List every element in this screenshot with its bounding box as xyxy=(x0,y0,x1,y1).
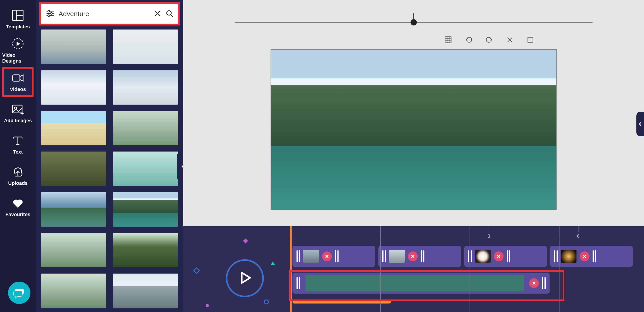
play-button[interactable] xyxy=(219,253,270,304)
nav-uploads[interactable]: Uploads xyxy=(2,161,34,191)
grid-icon[interactable] xyxy=(444,36,452,45)
nav-label: Templates xyxy=(6,24,30,30)
favourites-icon xyxy=(12,197,24,209)
clip-delete-button[interactable] xyxy=(322,252,332,261)
filmstrip-frame xyxy=(436,275,480,292)
timeline-clip-1[interactable] xyxy=(292,246,375,267)
svg-rect-27 xyxy=(445,37,451,43)
play-icon xyxy=(237,270,253,287)
video-thumb-runners-forest[interactable] xyxy=(113,111,178,145)
svg-rect-5 xyxy=(13,75,20,81)
timeline-clip-4[interactable] xyxy=(550,246,633,267)
timeline-zoom-scrollbar[interactable] xyxy=(292,300,391,304)
clip-delete-button[interactable] xyxy=(408,252,418,261)
clear-icon[interactable] xyxy=(154,9,162,18)
timeline-scrubber[interactable] xyxy=(235,13,592,27)
clip-thumbnail xyxy=(303,250,319,263)
main-area: 36912 xyxy=(183,0,644,312)
clip-grip-right[interactable] xyxy=(542,277,546,289)
clip-grip-left[interactable] xyxy=(296,250,300,262)
video-thumb-snow-skier[interactable] xyxy=(113,29,178,64)
close-icon[interactable] xyxy=(506,36,514,45)
timeline-track-2 xyxy=(292,273,550,294)
svg-marker-4 xyxy=(16,42,20,46)
video-thumb-ocean-waves[interactable] xyxy=(41,29,106,64)
filmstrip-frame xyxy=(480,275,524,292)
timeline-ruler[interactable]: 36912 xyxy=(288,226,644,239)
svg-point-22 xyxy=(48,15,50,16)
clip-grip-right[interactable] xyxy=(507,250,510,262)
filmstrip-frame xyxy=(349,275,393,292)
video-thumb-lake-shore[interactable] xyxy=(41,192,106,227)
clip-delete-button[interactable] xyxy=(580,252,590,261)
video-thumb-mountain-lake[interactable] xyxy=(113,192,178,227)
svg-point-25 xyxy=(167,11,171,15)
video-thumb-camping-tent[interactable] xyxy=(41,152,106,186)
clip-delete-button[interactable] xyxy=(494,252,504,261)
svg-line-26 xyxy=(171,15,173,17)
search-bar-highlight xyxy=(39,2,180,25)
clip-filmstrip xyxy=(306,275,524,292)
deco-diamond xyxy=(243,239,248,244)
clip-grip-right[interactable] xyxy=(421,250,424,262)
clip-grip-left[interactable] xyxy=(296,277,300,289)
clip-thumbnail xyxy=(389,250,405,263)
nav-add-images[interactable]: Add Images xyxy=(2,98,34,128)
videos-icon xyxy=(12,72,24,84)
search-input[interactable] xyxy=(58,10,149,18)
nav-text[interactable]: Text xyxy=(2,130,34,160)
nav-label: Favourites xyxy=(5,212,30,218)
nav-label: Text xyxy=(13,149,23,155)
clip-grip-right[interactable] xyxy=(592,250,596,262)
video-thumb-stretch-forest[interactable] xyxy=(41,233,106,267)
clip-grip-left[interactable] xyxy=(468,250,472,262)
nav-label: Uploads xyxy=(8,180,28,186)
templates-icon xyxy=(12,9,24,22)
nav-label: Videos xyxy=(10,86,26,92)
chat-help-button[interactable] xyxy=(8,282,30,304)
svg-point-18 xyxy=(48,10,50,12)
video-thumb-snow-dogsled[interactable] xyxy=(41,70,106,105)
video-preview[interactable] xyxy=(270,49,557,210)
nav-favourites[interactable]: Favourites xyxy=(2,192,34,222)
filter-icon[interactable] xyxy=(46,9,54,19)
clip-thumbnail xyxy=(561,250,576,263)
nav-templates[interactable]: Templates xyxy=(2,4,34,34)
canvas-toolbar xyxy=(444,36,534,45)
scene-divider xyxy=(470,226,470,312)
uploads-icon xyxy=(12,166,24,178)
video-thumb-beach-walker[interactable] xyxy=(41,111,106,145)
video-thumb-skier-closeup[interactable] xyxy=(113,70,178,105)
fullscreen-icon[interactable] xyxy=(526,36,534,45)
timeline-clip-main[interactable] xyxy=(292,273,550,294)
nav-videos[interactable]: Videos xyxy=(2,67,34,97)
timeline-clip-2[interactable] xyxy=(378,246,461,267)
clip-thumbnail xyxy=(475,250,490,263)
canvas-zone xyxy=(183,0,644,226)
media-panel xyxy=(36,0,183,312)
video-thumb-yoga-forest[interactable] xyxy=(41,274,106,308)
redo-icon[interactable] xyxy=(485,36,493,45)
timeline-track-1 xyxy=(292,246,633,267)
clip-grip-right[interactable] xyxy=(335,250,338,262)
video-thumb-calm-water[interactable] xyxy=(113,152,178,186)
undo-icon[interactable] xyxy=(465,36,473,45)
playhead[interactable] xyxy=(290,226,292,312)
search-icon[interactable] xyxy=(166,9,174,18)
svg-rect-34 xyxy=(528,37,533,42)
timeline-clip-3[interactable] xyxy=(464,246,547,267)
video-thumb-snow-mountains[interactable] xyxy=(113,274,178,308)
clip-grip-left[interactable] xyxy=(382,250,386,262)
expand-right-panel[interactable] xyxy=(636,112,644,136)
clip-delete-button[interactable] xyxy=(529,278,539,288)
add-images-icon xyxy=(12,103,24,116)
nav-label: Add Images xyxy=(4,118,32,124)
deco-diamond-outline xyxy=(193,267,200,274)
text-icon xyxy=(12,134,24,147)
scrubber-knob[interactable] xyxy=(410,19,417,25)
svg-point-20 xyxy=(50,12,52,14)
video-thumb-forest-group[interactable] xyxy=(113,233,178,267)
nav-video-designs[interactable]: Video Designs xyxy=(2,36,34,66)
left-nav-rail: Templates Video Designs Videos Add Image… xyxy=(0,0,36,312)
clip-grip-left[interactable] xyxy=(554,250,558,262)
